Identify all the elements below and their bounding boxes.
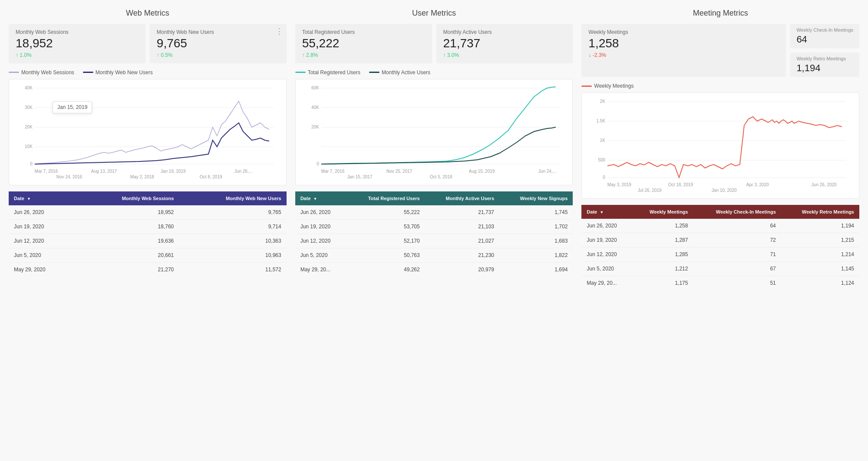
cell-date: Jun 5, 2020 (295, 248, 347, 262)
user-registered-legend-line (295, 72, 306, 73)
svg-text:Jul 26, 2019: Jul 26, 2019 (638, 188, 662, 193)
cell-newusers: 10,963 (179, 248, 286, 262)
meeting-metrics-section: Meeting Metrics Weekly Meetings 1,258 ↓ … (581, 9, 859, 290)
cell-checkin: 64 (693, 219, 781, 233)
user-table: Date ▼ Total Registered Users Monthly Ac… (295, 191, 573, 277)
cell-date: Jun 12, 2020 (581, 247, 632, 262)
cell-date: Jun 26, 2020 (295, 205, 347, 220)
svg-text:Oct 5, 2018: Oct 5, 2018 (429, 175, 452, 179)
svg-text:May 3, 2019: May 3, 2019 (607, 182, 631, 187)
svg-text:40K: 40K (25, 86, 33, 90)
cell-date: May 29, 20... (581, 276, 632, 290)
web-kpi-row: Monthly Web Sessions 18,952 ↑ 1.0% Month… (9, 24, 287, 63)
web-kpi-menu[interactable]: ⋮ (275, 27, 283, 35)
svg-text:Nov 24, 2016: Nov 24, 2016 (56, 175, 83, 179)
user-sort-arrow: ▼ (314, 197, 317, 201)
user-chart-legend: Total Registered Users Monthly Active Us… (295, 69, 573, 76)
cell-date: Jun 5, 2020 (581, 262, 632, 276)
cell-newusers: 11,572 (179, 262, 286, 277)
web-sessions-change: ↑ 1.0% (16, 52, 139, 58)
user-registered-label: Total Registered Users (302, 29, 425, 35)
svg-text:2K: 2K (600, 99, 606, 104)
cell-sessions: 21,270 (77, 262, 179, 277)
web-chart: Jan 15, 2019 40K 30K 20K 10K 0 Mar 7, (9, 79, 287, 185)
cell-date: May 29, 20... (295, 262, 347, 277)
svg-text:0: 0 (30, 161, 33, 166)
cell-date: Jun 19, 2020 (9, 219, 77, 234)
table-row: Jun 12, 2020 1,285 71 1,214 (581, 247, 859, 262)
web-chart-tooltip: Jan 15, 2019 (53, 101, 92, 113)
svg-text:Jan 10, 2020: Jan 10, 2020 (712, 188, 737, 193)
svg-text:40K: 40K (311, 105, 319, 110)
cell-weekly: 1,212 (632, 262, 693, 276)
meeting-retro-value: 1,194 (796, 63, 853, 73)
user-chart: 60K 40K 20K 0 Mar 7, 2016 Nov 25, 2017 A… (295, 79, 573, 185)
meeting-table: Date ▼ Weekly Meetings Weekly Check-In M… (581, 205, 859, 290)
table-row: Jun 12, 2020 19,636 10,363 (9, 234, 287, 248)
cell-date: Jun 26, 2020 (9, 205, 77, 220)
user-active-value: 21,737 (443, 37, 566, 50)
meeting-checkin-kpi: Weekly Check-In Meetings 64 (790, 24, 859, 48)
cell-retro: 1,194 (781, 219, 859, 233)
meeting-kpi-stack: Weekly Check-In Meetings 64 Weekly Retro… (790, 24, 859, 77)
cell-date: May 29, 2020 (9, 262, 77, 277)
cell-sessions: 18,952 (77, 205, 179, 220)
user-col-date[interactable]: Date ▼ (295, 191, 347, 205)
svg-text:Mar 7, 2016: Mar 7, 2016 (35, 169, 58, 174)
cell-weekly: 1,285 (632, 247, 693, 262)
cell-registered: 53,705 (347, 219, 425, 234)
web-newusers-legend-line (83, 72, 93, 73)
cell-signups: 1,683 (499, 234, 573, 248)
table-row: Jun 19, 2020 53,705 21,103 1,702 (295, 219, 573, 234)
web-sessions-legend-label: Monthly Web Sessions (21, 69, 74, 76)
web-col-sessions: Monthly Web Sessions (77, 191, 179, 205)
meeting-weekly-label: Weekly Meetings (588, 29, 779, 35)
meeting-title: Meeting Metrics (581, 9, 859, 18)
cell-retro: 1,124 (781, 276, 859, 290)
web-newusers-label: Monthly Web New Users (157, 29, 280, 35)
web-sessions-kpi: Monthly Web Sessions 18,952 ↑ 1.0% (9, 24, 145, 63)
meeting-kpi-row: Weekly Meetings 1,258 ↓ -2.3% Weekly Che… (581, 24, 859, 77)
user-active-label: Monthly Active Users (443, 29, 566, 35)
table-row: May 29, 20... 1,175 51 1,124 (581, 276, 859, 290)
cell-registered: 55,222 (347, 205, 425, 220)
svg-text:0: 0 (317, 161, 319, 166)
cell-active: 21,027 (425, 234, 499, 248)
web-chart-legend: Monthly Web Sessions Monthly Web New Use… (9, 69, 287, 76)
cell-weekly: 1,258 (632, 219, 693, 233)
user-registered-kpi: Total Registered Users 55,222 ↑ 2.8% (295, 24, 432, 63)
meeting-checkin-value: 64 (796, 34, 853, 45)
user-active-legend-line (369, 72, 380, 73)
cell-weekly: 1,175 (632, 276, 693, 290)
web-metrics-section: Web Metrics Monthly Web Sessions 18,952 … (9, 9, 287, 290)
web-table: Date ▼ Monthly Web Sessions Monthly Web … (9, 191, 287, 277)
cell-newusers: 10,363 (179, 234, 286, 248)
table-row: Jun 5, 2020 50,763 21,230 1,822 (295, 248, 573, 262)
user-registered-value: 55,222 (302, 37, 425, 50)
meeting-chart-legend: Weekly Meetings (581, 83, 859, 89)
table-row: May 29, 20... 49,262 20,979 1,694 (295, 262, 573, 277)
meeting-checkin-label: Weekly Check-In Meetings (796, 27, 853, 33)
meeting-col-date[interactable]: Date ▼ (581, 205, 632, 219)
table-row: Jun 5, 2020 1,212 67 1,145 (581, 262, 859, 276)
svg-text:30K: 30K (25, 105, 33, 110)
table-row: Jun 26, 2020 18,952 9,765 (9, 205, 287, 220)
web-col-date[interactable]: Date ▼ (9, 191, 77, 205)
meeting-sort-arrow: ▼ (600, 210, 604, 214)
web-newusers-kpi: Monthly Web New Users 9,765 ↑ 0.5% ⋮ (150, 24, 287, 63)
web-col-newusers: Monthly Web New Users (179, 191, 286, 205)
svg-text:60K: 60K (311, 86, 319, 90)
web-sort-arrow: ▼ (27, 197, 31, 201)
cell-date: Jun 26, 2020 (581, 219, 632, 233)
svg-text:10K: 10K (25, 144, 33, 149)
table-row: May 29, 2020 21,270 11,572 (9, 262, 287, 277)
cell-date: Jun 5, 2020 (9, 248, 77, 262)
svg-text:Jan 19, 2019: Jan 19, 2019 (161, 169, 186, 174)
user-active-legend-label: Monthly Active Users (382, 69, 430, 76)
cell-signups: 1,822 (499, 248, 573, 262)
svg-text:0: 0 (603, 175, 606, 180)
cell-active: 21,737 (425, 205, 499, 220)
web-legend-newusers: Monthly Web New Users (83, 69, 153, 76)
meeting-weekly-kpi: Weekly Meetings 1,258 ↓ -2.3% (581, 24, 786, 77)
cell-signups: 1,702 (499, 219, 573, 234)
